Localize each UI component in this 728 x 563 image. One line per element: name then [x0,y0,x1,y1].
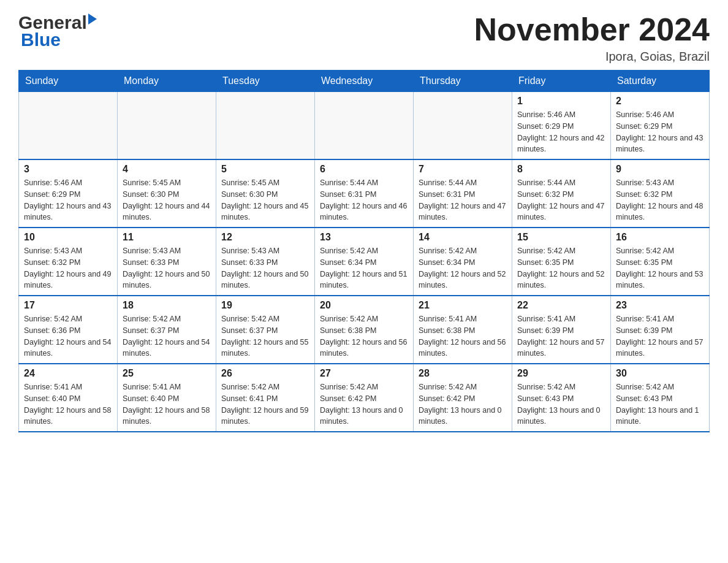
cell-week3-day3: 13Sunrise: 5:42 AM Sunset: 6:34 PM Dayli… [315,228,414,296]
day-number: 29 [517,368,605,379]
cell-week1-day2 [216,92,315,160]
day-number: 26 [221,368,309,379]
header-day-thursday: Thursday [414,71,512,92]
day-number: 10 [24,232,112,243]
cell-week3-day4: 14Sunrise: 5:42 AM Sunset: 6:34 PM Dayli… [414,228,512,296]
day-info: Sunrise: 5:44 AM Sunset: 6:32 PM Dayligh… [517,177,605,223]
header-day-wednesday: Wednesday [315,71,414,92]
header-day-sunday: Sunday [19,71,118,92]
day-number: 1 [517,96,605,107]
logo-arrow-icon [88,13,97,25]
cell-week4-day2: 19Sunrise: 5:42 AM Sunset: 6:37 PM Dayli… [216,296,315,364]
week-row-2: 3Sunrise: 5:46 AM Sunset: 6:29 PM Daylig… [19,159,710,228]
week-row-4: 17Sunrise: 5:42 AM Sunset: 6:36 PM Dayli… [19,296,710,364]
day-info: Sunrise: 5:43 AM Sunset: 6:32 PM Dayligh… [616,177,704,223]
cell-week5-day0: 24Sunrise: 5:41 AM Sunset: 6:40 PM Dayli… [19,364,118,432]
logo: General Blue [18,12,97,50]
week-row-3: 10Sunrise: 5:43 AM Sunset: 6:32 PM Dayli… [19,228,710,296]
day-number: 11 [123,232,211,243]
day-info: Sunrise: 5:42 AM Sunset: 6:42 PM Dayligh… [419,381,507,427]
cell-week2-day1: 4Sunrise: 5:45 AM Sunset: 6:30 PM Daylig… [118,159,216,228]
day-info: Sunrise: 5:42 AM Sunset: 6:34 PM Dayligh… [419,245,507,291]
day-info: Sunrise: 5:42 AM Sunset: 6:35 PM Dayligh… [616,245,704,291]
cell-week5-day2: 26Sunrise: 5:42 AM Sunset: 6:41 PM Dayli… [216,364,315,432]
day-info: Sunrise: 5:44 AM Sunset: 6:31 PM Dayligh… [320,177,408,223]
day-info: Sunrise: 5:46 AM Sunset: 6:29 PM Dayligh… [24,177,112,223]
day-number: 21 [419,300,507,311]
day-info: Sunrise: 5:41 AM Sunset: 6:40 PM Dayligh… [123,381,211,427]
calendar-table: SundayMondayTuesdayWednesdayThursdayFrid… [18,70,710,432]
day-number: 2 [616,96,704,107]
day-number: 16 [616,232,704,243]
day-number: 24 [24,368,112,379]
title-area: November 2024 Ipora, Goias, Brazil [474,12,710,64]
week-row-1: 1Sunrise: 5:46 AM Sunset: 6:29 PM Daylig… [19,92,710,160]
cell-week3-day2: 12Sunrise: 5:43 AM Sunset: 6:33 PM Dayli… [216,228,315,296]
day-number: 30 [616,368,704,379]
day-number: 22 [517,300,605,311]
header-row: SundayMondayTuesdayWednesdayThursdayFrid… [19,71,710,92]
cell-week4-day4: 21Sunrise: 5:41 AM Sunset: 6:38 PM Dayli… [414,296,512,364]
day-number: 13 [320,232,408,243]
cell-week2-day4: 7Sunrise: 5:44 AM Sunset: 6:31 PM Daylig… [414,159,512,228]
calendar-title: November 2024 [474,12,710,47]
cell-week2-day6: 9Sunrise: 5:43 AM Sunset: 6:32 PM Daylig… [611,159,710,228]
day-number: 4 [123,164,211,175]
day-info: Sunrise: 5:42 AM Sunset: 6:34 PM Dayligh… [320,245,408,291]
header-day-tuesday: Tuesday [216,71,315,92]
cell-week2-day5: 8Sunrise: 5:44 AM Sunset: 6:32 PM Daylig… [512,159,611,228]
day-number: 5 [221,164,309,175]
cell-week1-day6: 2Sunrise: 5:46 AM Sunset: 6:29 PM Daylig… [611,92,710,160]
header-day-monday: Monday [118,71,216,92]
day-info: Sunrise: 5:42 AM Sunset: 6:42 PM Dayligh… [320,381,408,427]
day-number: 27 [320,368,408,379]
cell-week1-day3 [315,92,414,160]
day-info: Sunrise: 5:42 AM Sunset: 6:43 PM Dayligh… [616,381,704,427]
cell-week2-day0: 3Sunrise: 5:46 AM Sunset: 6:29 PM Daylig… [19,159,118,228]
day-number: 15 [517,232,605,243]
day-info: Sunrise: 5:45 AM Sunset: 6:30 PM Dayligh… [123,177,211,223]
calendar-subtitle: Ipora, Goias, Brazil [474,50,710,64]
cell-week5-day6: 30Sunrise: 5:42 AM Sunset: 6:43 PM Dayli… [611,364,710,432]
cell-week2-day3: 6Sunrise: 5:44 AM Sunset: 6:31 PM Daylig… [315,159,414,228]
day-number: 28 [419,368,507,379]
day-number: 9 [616,164,704,175]
day-number: 18 [123,300,211,311]
day-number: 17 [24,300,112,311]
cell-week4-day6: 23Sunrise: 5:41 AM Sunset: 6:39 PM Dayli… [611,296,710,364]
day-info: Sunrise: 5:43 AM Sunset: 6:33 PM Dayligh… [123,245,211,291]
day-info: Sunrise: 5:42 AM Sunset: 6:38 PM Dayligh… [320,313,408,359]
cell-week1-day0 [19,92,118,160]
day-number: 12 [221,232,309,243]
header-day-friday: Friday [512,71,611,92]
cell-week2-day2: 5Sunrise: 5:45 AM Sunset: 6:30 PM Daylig… [216,159,315,228]
day-number: 14 [419,232,507,243]
cell-week4-day0: 17Sunrise: 5:42 AM Sunset: 6:36 PM Dayli… [19,296,118,364]
day-number: 25 [123,368,211,379]
week-row-5: 24Sunrise: 5:41 AM Sunset: 6:40 PM Dayli… [19,364,710,432]
day-info: Sunrise: 5:43 AM Sunset: 6:33 PM Dayligh… [221,245,309,291]
day-info: Sunrise: 5:42 AM Sunset: 6:36 PM Dayligh… [24,313,112,359]
cell-week5-day4: 28Sunrise: 5:42 AM Sunset: 6:42 PM Dayli… [414,364,512,432]
day-info: Sunrise: 5:43 AM Sunset: 6:32 PM Dayligh… [24,245,112,291]
day-number: 8 [517,164,605,175]
day-info: Sunrise: 5:41 AM Sunset: 6:40 PM Dayligh… [24,381,112,427]
cell-week3-day5: 15Sunrise: 5:42 AM Sunset: 6:35 PM Dayli… [512,228,611,296]
day-number: 23 [616,300,704,311]
day-info: Sunrise: 5:42 AM Sunset: 6:41 PM Dayligh… [221,381,309,427]
day-number: 6 [320,164,408,175]
cell-week5-day5: 29Sunrise: 5:42 AM Sunset: 6:43 PM Dayli… [512,364,611,432]
cell-week4-day5: 22Sunrise: 5:41 AM Sunset: 6:39 PM Dayli… [512,296,611,364]
header-day-saturday: Saturday [611,71,710,92]
day-info: Sunrise: 5:42 AM Sunset: 6:37 PM Dayligh… [123,313,211,359]
cell-week4-day1: 18Sunrise: 5:42 AM Sunset: 6:37 PM Dayli… [118,296,216,364]
day-info: Sunrise: 5:41 AM Sunset: 6:39 PM Dayligh… [517,313,605,359]
day-info: Sunrise: 5:41 AM Sunset: 6:38 PM Dayligh… [419,313,507,359]
day-number: 3 [24,164,112,175]
day-number: 7 [419,164,507,175]
logo-blue-text: Blue [18,29,97,50]
day-info: Sunrise: 5:41 AM Sunset: 6:39 PM Dayligh… [616,313,704,359]
cell-week4-day3: 20Sunrise: 5:42 AM Sunset: 6:38 PM Dayli… [315,296,414,364]
day-info: Sunrise: 5:46 AM Sunset: 6:29 PM Dayligh… [616,109,704,155]
header: General Blue November 2024 Ipora, Goias,… [18,12,710,64]
